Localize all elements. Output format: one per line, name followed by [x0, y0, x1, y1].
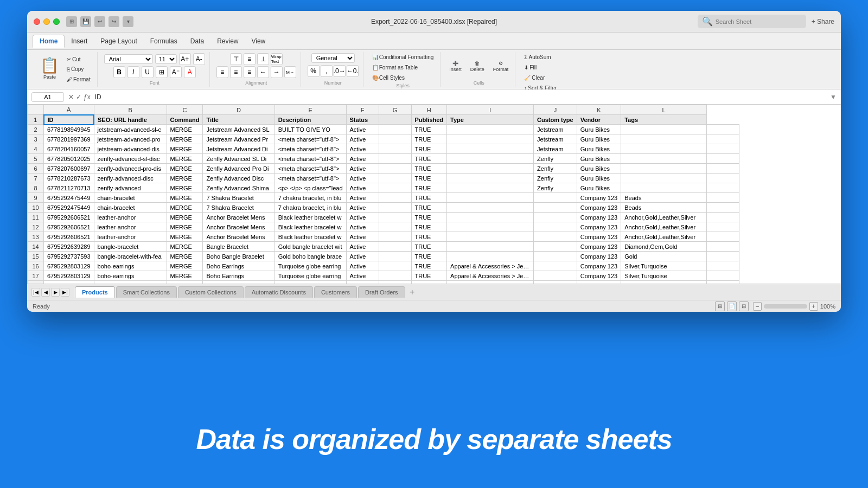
- cell-G10[interactable]: [379, 203, 411, 213]
- cell-H17[interactable]: TRUE: [411, 271, 447, 281]
- cell-M7[interactable]: [707, 174, 739, 183]
- sheet-tab-customers[interactable]: Customers: [314, 286, 357, 298]
- cell-B17[interactable]: boho-earrings: [94, 271, 167, 281]
- cell-D15[interactable]: Boho Bangle Bracelet: [203, 252, 275, 261]
- copy-button[interactable]: ⎘ Copy: [65, 65, 93, 73]
- autosum-button[interactable]: Σ AutoSum: [522, 53, 553, 61]
- zoom-in-button[interactable]: +: [809, 302, 818, 311]
- more-icon[interactable]: ▾: [123, 16, 133, 27]
- cell-E12[interactable]: Black leather bracelet w: [275, 222, 346, 232]
- cell-M3[interactable]: [707, 134, 739, 144]
- cell-C12[interactable]: MERGE: [167, 222, 203, 232]
- cell-A8[interactable]: 6778211270713: [44, 183, 94, 193]
- cell-I5[interactable]: [447, 154, 534, 164]
- cell-A16[interactable]: 6795292803129: [44, 261, 94, 271]
- cell-I13[interactable]: [447, 232, 534, 242]
- cell-C5[interactable]: MERGE: [167, 154, 203, 164]
- cell-L16[interactable]: Silver,Turquoise: [621, 261, 707, 271]
- close-button[interactable]: [34, 18, 40, 25]
- cell-F11[interactable]: Active: [346, 213, 379, 222]
- cell-A11[interactable]: 6795292606521: [44, 213, 94, 222]
- cell-K6[interactable]: Guru Bikes: [577, 164, 621, 174]
- sheet-tab-draft-orders[interactable]: Draft Orders: [358, 286, 405, 298]
- cell-G15[interactable]: [379, 252, 411, 261]
- col-header-h[interactable]: H: [411, 105, 447, 115]
- cell-H10[interactable]: TRUE: [411, 203, 447, 213]
- tab-view[interactable]: View: [245, 35, 272, 47]
- tab-insert[interactable]: Insert: [65, 35, 94, 47]
- cell-B5[interactable]: zenfly-advanced-sl-disc: [94, 154, 167, 164]
- italic-button[interactable]: I: [127, 66, 139, 78]
- cell-C15[interactable]: MERGE: [167, 252, 203, 261]
- font-size-select[interactable]: 11: [155, 54, 177, 64]
- cell-J7[interactable]: Zenfly: [534, 174, 577, 183]
- cell-M8[interactable]: [707, 183, 739, 193]
- cell-G5[interactable]: [379, 154, 411, 164]
- cell-G4[interactable]: [379, 144, 411, 154]
- col-header-d[interactable]: D: [203, 105, 275, 115]
- cell-K4[interactable]: Guru Bikes: [577, 144, 621, 154]
- cell-M16[interactable]: [707, 261, 739, 271]
- cell-D14[interactable]: Bangle Bracelet: [203, 242, 275, 252]
- cell-L14[interactable]: Diamond,Gem,Gold: [621, 242, 707, 252]
- cell-H16[interactable]: TRUE: [411, 261, 447, 271]
- tab-formulas[interactable]: Formulas: [144, 35, 184, 47]
- cell-F16[interactable]: Active: [346, 261, 379, 271]
- cell-G3[interactable]: [379, 134, 411, 144]
- cell-K12[interactable]: Company 123: [577, 222, 621, 232]
- cell-B16[interactable]: boho-earrings: [94, 261, 167, 271]
- align-right-button[interactable]: ≡: [244, 66, 256, 78]
- cell-D9[interactable]: 7 Shakra Bracelet: [203, 193, 275, 203]
- col-header-f[interactable]: F: [346, 105, 379, 115]
- merge-center-button[interactable]: M↔: [284, 66, 296, 78]
- increase-decimal-button[interactable]: .0→: [334, 65, 346, 77]
- cell-F8[interactable]: Active: [346, 183, 379, 193]
- cell-K14[interactable]: Company 123: [577, 242, 621, 252]
- cell-A9[interactable]: 6795292475449: [44, 193, 94, 203]
- cell-H7[interactable]: TRUE: [411, 174, 447, 183]
- cell-C7[interactable]: MERGE: [167, 174, 203, 183]
- cell-G13[interactable]: [379, 232, 411, 242]
- cell-reference-input[interactable]: A1: [31, 92, 64, 102]
- cell-E14[interactable]: Gold bangle bracelet wit: [275, 242, 346, 252]
- insert-function-icon[interactable]: ƒx: [84, 93, 91, 101]
- sheet-tab-products[interactable]: Products: [75, 286, 115, 298]
- align-left-button[interactable]: ≡: [216, 66, 228, 78]
- cell-C4[interactable]: MERGE: [167, 144, 203, 154]
- cell-A5[interactable]: 6778205012025: [44, 154, 94, 164]
- cell-F3[interactable]: Active: [346, 134, 379, 144]
- cell-B9[interactable]: chain-bracelet: [94, 193, 167, 203]
- cell-B15[interactable]: bangle-bracelet-with-fea: [94, 252, 167, 261]
- cell-M5[interactable]: [707, 154, 739, 164]
- search-bar[interactable]: 🔍: [698, 15, 806, 28]
- cell-M6[interactable]: [707, 164, 739, 174]
- cell-D13[interactable]: Anchor Bracelet Mens: [203, 232, 275, 242]
- cell-B7[interactable]: zenfly-advanced-disc: [94, 174, 167, 183]
- confirm-formula-icon[interactable]: ✓: [76, 93, 81, 101]
- comma-button[interactable]: ,: [321, 65, 333, 77]
- normal-view-icon[interactable]: ⊞: [715, 301, 725, 311]
- page-break-view-icon[interactable]: ⊟: [739, 301, 749, 311]
- fill-color-button[interactable]: A⁻: [170, 66, 182, 78]
- cell-F14[interactable]: Active: [346, 242, 379, 252]
- cell-D12[interactable]: Anchor Bracelet Mens: [203, 222, 275, 232]
- cancel-formula-icon[interactable]: ✕: [68, 93, 74, 101]
- col-header-i[interactable]: I: [447, 105, 534, 115]
- cell-B12[interactable]: leather-anchor: [94, 222, 167, 232]
- cell-M4[interactable]: [707, 144, 739, 154]
- cell-B10[interactable]: chain-bracelet: [94, 203, 167, 213]
- formula-expand-icon[interactable]: ▼: [830, 93, 837, 101]
- cell-K7[interactable]: Guru Bikes: [577, 174, 621, 183]
- cell-G12[interactable]: [379, 222, 411, 232]
- cell-F10[interactable]: Active: [346, 203, 379, 213]
- cell-L4[interactable]: [621, 144, 707, 154]
- col-header-e[interactable]: E: [275, 105, 346, 115]
- cell-K15[interactable]: Company 123: [577, 252, 621, 261]
- cell-J14[interactable]: [534, 242, 577, 252]
- sheet-tab-automatic-discounts[interactable]: Automatic Discounts: [245, 286, 313, 298]
- cell-J9[interactable]: [534, 193, 577, 203]
- cell-g1[interactable]: [379, 115, 411, 125]
- wrap-text-button[interactable]: Wrap Text: [271, 53, 283, 65]
- col-header-a[interactable]: A: [44, 105, 94, 115]
- cell-K17[interactable]: Company 123: [577, 271, 621, 281]
